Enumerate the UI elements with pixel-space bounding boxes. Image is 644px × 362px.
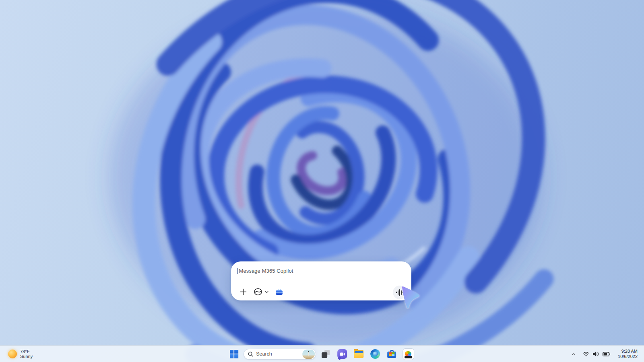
battery-icon [603,352,610,356]
tray-overflow-button[interactable] [569,348,578,360]
taskbar-app-chat[interactable] [335,347,349,361]
chevron-down-icon [265,291,268,293]
taskbar-app-edge[interactable] [368,347,382,361]
copilot-text-input[interactable]: Message M365 Copilot [237,268,405,274]
clock-date: 10/6/2022 [618,354,638,359]
taskbar-search[interactable]: Search [244,349,316,360]
search-icon [248,352,253,357]
clock[interactable]: 9:28 AM 10/6/2022 [615,349,641,359]
weather-temperature: 78°F [20,349,33,354]
taskbar-app-store[interactable] [385,347,398,361]
taskbar-app-file-explorer[interactable] [352,347,365,361]
start-button[interactable] [227,347,241,361]
taskbar: 78°F Sunny Search [0,345,644,362]
plus-icon [240,288,247,295]
search-daily-image [302,350,315,359]
briefcase-icon [276,289,283,295]
copilot-input-box[interactable]: Message M365 Copilot [231,261,411,300]
edge-icon [370,349,380,359]
weather-condition: Sunny [20,354,33,359]
work-mode-button[interactable] [276,289,283,295]
m365-copilot-icon [403,349,414,360]
widgets-weather-button[interactable]: 78°F Sunny [5,346,36,362]
file-explorer-icon [354,350,363,358]
copilot-placeholder: Message M365 Copilot [239,268,293,274]
mouse-cursor [400,286,423,309]
sun-icon [8,350,17,358]
chat-icon [337,349,347,359]
text-caret [237,268,238,274]
search-label: Search [256,351,299,357]
wifi-icon [583,351,589,357]
task-view-icon [322,350,330,358]
chevron-up-icon [571,352,576,357]
windows-logo-icon [230,350,238,358]
clock-time: 9:28 AM [621,349,638,354]
taskbar-app-task-view[interactable] [319,347,332,361]
quick-settings-button[interactable] [580,348,613,360]
microsoft-store-icon [387,350,396,358]
taskbar-app-m365-copilot[interactable] [401,347,415,361]
desktop-wallpaper [0,0,644,362]
model-picker-button[interactable] [254,288,268,296]
attach-button[interactable] [240,288,247,295]
volume-icon [592,351,599,357]
copilot-model-icon [254,288,264,296]
